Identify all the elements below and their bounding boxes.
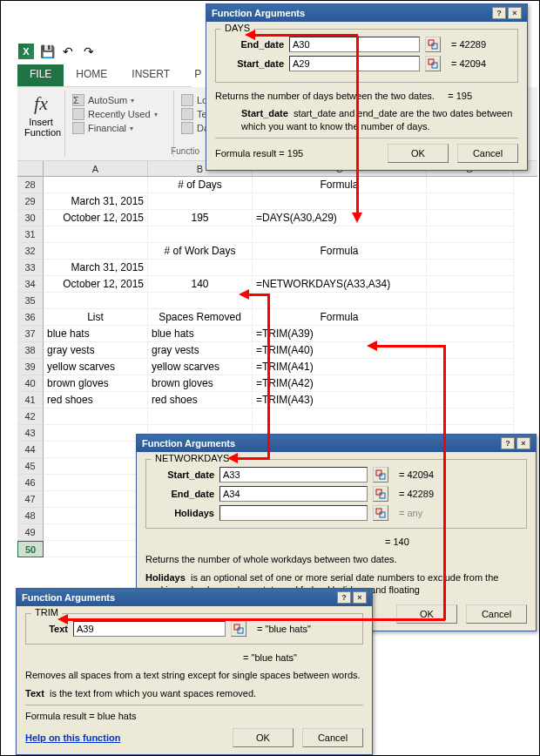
- cell[interactable]: [148, 408, 253, 425]
- cell[interactable]: red shoes: [148, 392, 253, 408]
- cell[interactable]: =NETWORKDAYS(A33,A34): [253, 276, 427, 293]
- table-row[interactable]: 40 brown glovesbrown gloves=TRIM(A42): [17, 375, 537, 392]
- ok-button[interactable]: OK: [233, 728, 294, 747]
- row-header[interactable]: 40: [17, 375, 44, 392]
- cell[interactable]: [253, 193, 427, 210]
- cancel-button[interactable]: Cancel: [466, 604, 527, 624]
- row-header[interactable]: 29: [17, 193, 44, 210]
- redo-icon[interactable]: ↷: [80, 43, 98, 60]
- cell[interactable]: October 12, 2015: [44, 276, 148, 293]
- row-header[interactable]: 33: [17, 260, 44, 276]
- close-button[interactable]: ×: [516, 437, 530, 449]
- row-header[interactable]: 41: [17, 392, 44, 408]
- cell[interactable]: [44, 541, 148, 557]
- range-select-icon[interactable]: [373, 486, 388, 502]
- start-date-input[interactable]: [289, 56, 420, 71]
- cell[interactable]: gray vests: [148, 342, 253, 359]
- table-row[interactable]: 42: [17, 408, 537, 425]
- table-row[interactable]: 29March 31, 2015: [17, 193, 537, 210]
- cell[interactable]: [44, 226, 148, 243]
- cell[interactable]: red shoes: [44, 392, 148, 408]
- cell[interactable]: [148, 293, 253, 309]
- cell[interactable]: [427, 226, 514, 243]
- cell[interactable]: [44, 293, 148, 309]
- cell[interactable]: [427, 392, 514, 408]
- holidays-input[interactable]: [219, 505, 368, 521]
- cancel-button[interactable]: Cancel: [302, 728, 363, 747]
- cell[interactable]: =TRIM(A43): [253, 392, 427, 408]
- cell[interactable]: yellow scarves: [44, 359, 148, 375]
- row-header[interactable]: 30: [17, 210, 44, 226]
- start-date-input[interactable]: [219, 467, 368, 483]
- cell[interactable]: [44, 243, 148, 260]
- cell[interactable]: [148, 226, 253, 243]
- end-date-input[interactable]: [289, 37, 420, 52]
- table-row[interactable]: 32# of Work DaysFormula: [17, 243, 537, 260]
- help-link[interactable]: Help on this function: [25, 732, 120, 743]
- help-button[interactable]: ?: [501, 437, 515, 449]
- cell[interactable]: blue hats: [148, 326, 253, 342]
- cell[interactable]: [44, 491, 148, 508]
- cell[interactable]: [148, 260, 253, 276]
- dialog-titlebar[interactable]: Function Arguments ? ×: [206, 4, 527, 22]
- cell[interactable]: [427, 309, 514, 326]
- cell[interactable]: [427, 210, 514, 226]
- cell[interactable]: =TRIM(A39): [253, 326, 427, 342]
- row-header[interactable]: 38: [17, 342, 44, 359]
- row-header[interactable]: 48: [17, 508, 44, 524]
- cell[interactable]: [427, 260, 514, 276]
- row-header[interactable]: 46: [17, 475, 44, 491]
- dialog-titlebar[interactable]: Function Arguments ? ×: [137, 435, 536, 452]
- cell[interactable]: [44, 177, 148, 193]
- col-header-a[interactable]: A: [44, 161, 148, 176]
- help-button[interactable]: ?: [337, 591, 351, 604]
- cell[interactable]: [253, 226, 427, 243]
- row-header[interactable]: 28: [17, 177, 44, 193]
- cell[interactable]: 140: [148, 276, 253, 293]
- cell[interactable]: Spaces Removed: [148, 309, 253, 326]
- cell[interactable]: Formula: [253, 309, 427, 326]
- tab-home[interactable]: HOME: [64, 64, 119, 86]
- cell[interactable]: [44, 475, 148, 491]
- cell[interactable]: brown gloves: [148, 375, 253, 392]
- row-header[interactable]: 35: [17, 293, 44, 309]
- tab-file[interactable]: FILE: [17, 64, 64, 86]
- range-select-icon[interactable]: [373, 505, 388, 521]
- range-select-icon[interactable]: [373, 467, 388, 483]
- cell[interactable]: [427, 359, 514, 375]
- cell[interactable]: [44, 425, 148, 442]
- save-icon[interactable]: 💾: [38, 43, 56, 60]
- cell[interactable]: # of Work Days: [148, 243, 253, 260]
- table-row[interactable]: 37blue hatsblue hats=TRIM(A39): [17, 326, 537, 342]
- range-select-icon[interactable]: [231, 621, 246, 637]
- row-header[interactable]: 34: [17, 276, 44, 293]
- cell[interactable]: List: [44, 309, 148, 326]
- table-row[interactable]: 36ListSpaces RemovedFormula: [17, 309, 537, 326]
- row-header[interactable]: 36: [17, 309, 44, 326]
- cell[interactable]: blue hats: [44, 326, 148, 342]
- insert-function-button[interactable]: fx InsertFunction: [17, 91, 65, 157]
- table-row[interactable]: 34October 12, 2015140=NETWORKDAYS(A33,A3…: [17, 276, 537, 293]
- cell[interactable]: Formula: [253, 177, 427, 193]
- row-header[interactable]: 31: [17, 226, 44, 243]
- cell[interactable]: March 31, 2015: [44, 260, 148, 276]
- row-header[interactable]: 32: [17, 243, 44, 260]
- cancel-button[interactable]: Cancel: [457, 144, 518, 163]
- cell[interactable]: [427, 293, 514, 309]
- cell[interactable]: [44, 442, 148, 458]
- cell[interactable]: [427, 276, 514, 293]
- table-row[interactable]: 35: [17, 293, 537, 309]
- cell[interactable]: [44, 508, 148, 524]
- text-input[interactable]: [73, 621, 226, 637]
- cell[interactable]: [44, 524, 148, 541]
- row-header[interactable]: 42: [17, 408, 44, 425]
- cell[interactable]: [427, 408, 514, 425]
- end-date-input[interactable]: [219, 486, 368, 502]
- row-header[interactable]: 43: [17, 425, 44, 442]
- cell[interactable]: Formula: [253, 243, 427, 260]
- help-button[interactable]: ?: [492, 7, 506, 19]
- range-select-icon[interactable]: [425, 56, 441, 71]
- undo-icon[interactable]: ↶: [59, 43, 77, 60]
- cell[interactable]: gray vests: [44, 342, 148, 359]
- close-button[interactable]: ×: [353, 591, 367, 604]
